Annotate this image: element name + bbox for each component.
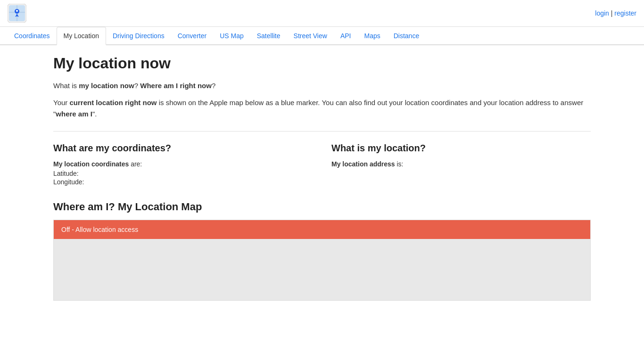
nav-converter[interactable]: Converter <box>171 27 213 44</box>
separator: | <box>611 9 613 17</box>
intro-2-bold1: current location right now <box>69 99 157 107</box>
nav-distance[interactable]: Distance <box>387 27 426 44</box>
map-section: Where am I? My Location Map Off - Allow … <box>53 201 591 301</box>
address-label-suffix: is: <box>395 160 404 168</box>
header: login | register <box>0 0 644 27</box>
intro-2-prefix: Your <box>53 99 69 107</box>
header-left <box>8 4 26 23</box>
navigation: Coordinates My Location Driving Directio… <box>0 27 644 45</box>
register-link[interactable]: register <box>614 9 636 17</box>
address-label-bold: My location address <box>331 160 395 168</box>
map-area[interactable] <box>54 239 590 300</box>
intro-1-mid: ? <box>134 82 140 90</box>
nav-satellite[interactable]: Satellite <box>250 27 287 44</box>
map-container: Off - Allow location access <box>53 220 591 301</box>
map-banner[interactable]: Off - Allow location access <box>54 220 590 239</box>
location-title: What is my location? <box>331 143 591 154</box>
intro-1-suffix: ? <box>212 82 215 90</box>
intro-2-suffix: ". <box>92 110 97 118</box>
nav-maps[interactable]: Maps <box>357 27 387 44</box>
coordinates-title: What are my coordinates? <box>53 143 313 154</box>
nav-coordinates[interactable]: Coordinates <box>8 27 57 44</box>
address-label: My location address is: <box>331 160 591 168</box>
location-column: What is my location? My location address… <box>331 143 591 187</box>
coordinates-label: My location coordinates are: <box>53 160 313 168</box>
header-auth: login | register <box>595 9 636 17</box>
main-content: My location now What is my location now?… <box>0 45 644 310</box>
nav-my-location[interactable]: My Location <box>57 27 106 45</box>
intro-2-bold2: where am I <box>56 110 92 118</box>
nav-street-view[interactable]: Street View <box>287 27 334 44</box>
two-column-section: What are my coordinates? My location coo… <box>53 143 591 187</box>
nav-driving-directions[interactable]: Driving Directions <box>106 27 171 44</box>
map-banner-text: Off - Allow location access <box>61 226 138 233</box>
latitude-label: Latitude: <box>53 170 313 177</box>
coord-label-suffix: are: <box>129 160 142 168</box>
longitude-label: Longitude: <box>53 178 313 186</box>
intro-1-prefix: What is <box>53 82 79 90</box>
coordinates-column: What are my coordinates? My location coo… <box>53 143 313 187</box>
coord-label-bold: My location coordinates <box>53 160 129 168</box>
intro-1-bold1: my location now <box>79 82 134 90</box>
login-link[interactable]: login <box>595 9 609 17</box>
section-divider <box>53 131 591 132</box>
map-section-title: Where am I? My Location Map <box>53 201 591 213</box>
nav-us-map[interactable]: US Map <box>213 27 250 44</box>
page-title: My location now <box>53 55 591 72</box>
gps-logo-icon[interactable] <box>8 4 26 23</box>
intro-paragraph-2: Your current location right now is shown… <box>53 97 591 120</box>
intro-paragraph-1: What is my location now? Where am I righ… <box>53 81 591 91</box>
intro-1-bold2: Where am I right now <box>140 82 212 90</box>
nav-api[interactable]: API <box>334 27 358 44</box>
svg-point-5 <box>16 10 18 12</box>
